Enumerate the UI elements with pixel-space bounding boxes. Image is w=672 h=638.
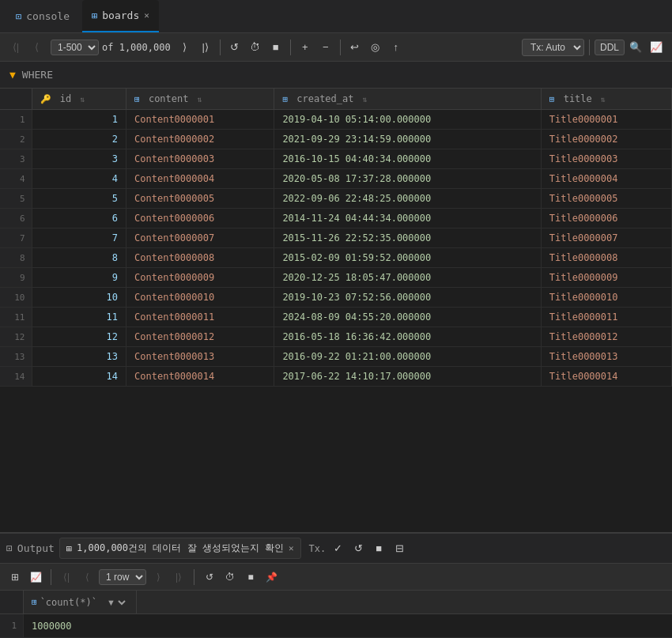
table-row[interactable]: 3 3 Content0000003 2016-10-15 04:40:34.0… bbox=[0, 149, 672, 169]
output-query-tab[interactable]: ⊞ 1,000,000건의 데이터 잘 생성되었는지 확인 ✕ bbox=[59, 538, 301, 559]
table-row[interactable]: 9 9 Content0000009 2020-12-25 18:05:47.0… bbox=[0, 268, 672, 288]
eye-button[interactable]: ◎ bbox=[366, 38, 385, 57]
content-cell: Content0000002 bbox=[126, 130, 274, 149]
first-page-button[interactable]: ⟨| bbox=[6, 38, 25, 57]
history-button[interactable]: ⏱ bbox=[246, 38, 265, 57]
tx-select[interactable]: Tx: Auto bbox=[522, 39, 584, 56]
result-num-header bbox=[0, 591, 24, 613]
id-cell: 4 bbox=[32, 169, 126, 189]
remove-button[interactable]: − bbox=[316, 38, 335, 57]
row-num-cell: 1 bbox=[0, 110, 32, 130]
result-col-header: ⊞ `count(*)` ▼ bbox=[0, 591, 672, 614]
datetime-cell: 2024-08-09 04:55:20.000000 bbox=[274, 308, 541, 327]
output-text: Output bbox=[17, 542, 55, 554]
tab-boards-close[interactable]: ✕ bbox=[144, 10, 149, 21]
col-created-at-label: created_at bbox=[296, 93, 353, 104]
stats-button[interactable]: 📈 bbox=[647, 38, 666, 57]
refresh-button[interactable]: ↺ bbox=[225, 38, 244, 57]
output-tab-close[interactable]: ✕ bbox=[289, 543, 294, 553]
tab-console-label: console bbox=[26, 10, 70, 22]
result-first-btn[interactable]: ⟨| bbox=[58, 568, 75, 586]
title-cell: Title0000005 bbox=[541, 189, 671, 209]
last-page-button[interactable]: |⟩ bbox=[196, 38, 215, 57]
result-table-area: ⊞ `count(*)` ▼ 1 1000000 bbox=[0, 591, 672, 638]
datetime-cell: 2015-11-26 22:52:35.000000 bbox=[274, 228, 541, 248]
separator-2 bbox=[290, 40, 291, 55]
table-row[interactable]: 7 7 Content0000007 2015-11-26 22:52:35.0… bbox=[0, 228, 672, 248]
tab-console[interactable]: ⊡ console bbox=[6, 0, 79, 32]
result-stop-btn[interactable]: ■ bbox=[242, 568, 259, 586]
search-button[interactable]: 🔍 bbox=[626, 38, 645, 57]
upload-button[interactable]: ↑ bbox=[387, 38, 406, 57]
table-row[interactable]: 13 13 Content0000013 2016-09-22 01:21:00… bbox=[0, 347, 672, 367]
content-sort-icon[interactable]: ⇅ bbox=[198, 95, 202, 104]
output-tab-icon: ⊞ bbox=[66, 543, 72, 554]
add-button[interactable]: + bbox=[296, 38, 315, 57]
tx-check-button[interactable]: ✓ bbox=[329, 540, 346, 557]
stop-button[interactable]: ■ bbox=[266, 38, 285, 57]
content-cell: Content0000003 bbox=[126, 149, 274, 169]
col-header-created-at[interactable]: ⊞ created_at ⇅ bbox=[274, 89, 541, 110]
table-row[interactable]: 10 10 Content0000010 2019-10-23 07:52:56… bbox=[0, 288, 672, 308]
result-history-btn[interactable]: ⏱ bbox=[221, 568, 239, 586]
content-cell: Content0000007 bbox=[126, 228, 274, 248]
col-header-title[interactable]: ⊞ title ⇅ bbox=[541, 89, 671, 110]
id-sort-icon[interactable]: ⇅ bbox=[80, 95, 85, 104]
next-page-button[interactable]: ⟩ bbox=[176, 38, 194, 57]
table-row[interactable]: 4 4 Content0000004 2020-05-08 17:37:28.0… bbox=[0, 169, 672, 189]
row-num-cell: 5 bbox=[0, 189, 32, 209]
table-row[interactable]: 12 12 Content0000012 2016-05-18 16:36:42… bbox=[0, 327, 672, 347]
col-title-label: title bbox=[564, 93, 592, 104]
row-num-cell: 8 bbox=[0, 248, 32, 268]
ddl-button[interactable]: DDL bbox=[595, 40, 625, 55]
result-next-btn[interactable]: ⟩ bbox=[149, 568, 167, 586]
row-num-cell: 14 bbox=[0, 367, 32, 387]
title-sort-icon[interactable]: ⇅ bbox=[601, 95, 606, 104]
title-cell: Title0000011 bbox=[541, 308, 671, 327]
result-grid-btn[interactable]: ⊞ bbox=[6, 568, 24, 586]
id-cell: 10 bbox=[32, 288, 126, 308]
data-table-container[interactable]: 🔑 id ⇅ ⊞ content ⇅ ⊞ created_at ⇅ bbox=[0, 89, 672, 532]
undo-button[interactable]: ↩ bbox=[345, 38, 364, 57]
tab-boards[interactable]: ⊞ boards ✕ bbox=[82, 0, 159, 32]
data-table: 🔑 id ⇅ ⊞ content ⇅ ⊞ created_at ⇅ bbox=[0, 89, 672, 387]
content-cell: Content0000008 bbox=[126, 248, 274, 268]
table-row[interactable]: 14 14 Content0000014 2017-06-22 14:10:17… bbox=[0, 367, 672, 387]
table-row[interactable]: 11 11 Content0000011 2024-08-09 04:55:20… bbox=[0, 308, 672, 327]
result-last-btn[interactable]: |⟩ bbox=[170, 568, 187, 586]
page-range: 1-500 of 1,000,000 bbox=[47, 40, 174, 55]
col-header-content[interactable]: ⊞ content ⇅ bbox=[126, 89, 274, 110]
result-chart-btn[interactable]: 📈 bbox=[27, 568, 44, 586]
table-row[interactable]: 5 5 Content0000005 2022-09-06 22:48:25.0… bbox=[0, 189, 672, 209]
title-cell: Title0000010 bbox=[541, 288, 671, 308]
created-at-sort-icon[interactable]: ⇅ bbox=[363, 95, 368, 104]
output-actions: Tx. ✓ ↺ ■ ⊟ bbox=[309, 540, 409, 557]
result-sep-1 bbox=[51, 569, 51, 585]
result-pin-btn[interactable]: 📌 bbox=[262, 568, 280, 586]
result-count-col[interactable]: ⊞ `count(*)` ▼ bbox=[24, 591, 137, 613]
content-col-icon: ⊞ bbox=[134, 94, 140, 104]
col-header-id[interactable]: 🔑 id ⇅ bbox=[32, 89, 126, 110]
table-row[interactable]: 6 6 Content0000006 2014-11-24 04:44:34.0… bbox=[0, 209, 672, 228]
layout-button[interactable]: ⊟ bbox=[391, 540, 408, 557]
row-num-cell: 6 bbox=[0, 209, 32, 228]
result-data-row: 1 1000000 bbox=[0, 614, 672, 638]
tx-undo-button[interactable]: ↺ bbox=[349, 540, 367, 557]
result-col-dropdown[interactable]: ▼ bbox=[104, 597, 128, 608]
tx-stop-button[interactable]: ■ bbox=[370, 540, 387, 557]
datetime-cell: 2020-12-25 18:05:47.000000 bbox=[274, 268, 541, 288]
table-row[interactable]: 2 2 Content0000002 2021-09-29 23:14:59.0… bbox=[0, 130, 672, 149]
id-col-icon: 🔑 bbox=[40, 94, 51, 104]
id-cell: 11 bbox=[32, 308, 126, 327]
result-sep-2 bbox=[194, 569, 194, 585]
row-num-cell: 13 bbox=[0, 347, 32, 367]
result-prev-btn[interactable]: ⟨ bbox=[78, 568, 96, 586]
table-row[interactable]: 1 1 Content0000001 2019-04-10 05:14:00.0… bbox=[0, 110, 672, 130]
prev-page-button[interactable]: ⟨ bbox=[27, 38, 46, 57]
page-range-select[interactable]: 1-500 bbox=[51, 40, 99, 55]
table-body: 1 1 Content0000001 2019-04-10 05:14:00.0… bbox=[0, 110, 672, 387]
title-col-icon: ⊞ bbox=[549, 94, 555, 104]
table-row[interactable]: 8 8 Content0000008 2015-02-09 01:59:52.0… bbox=[0, 248, 672, 268]
result-refresh-btn[interactable]: ↺ bbox=[201, 568, 218, 586]
result-page-select[interactable]: 1 row bbox=[99, 569, 146, 585]
